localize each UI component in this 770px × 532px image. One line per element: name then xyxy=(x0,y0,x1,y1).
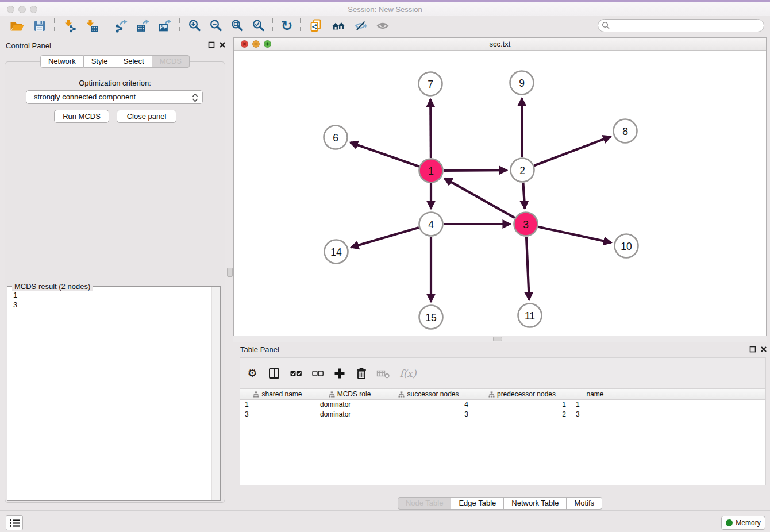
mcds-result-title: MCDS result (2 nodes) xyxy=(12,282,93,291)
edge-1-7[interactable] xyxy=(430,99,431,158)
zoom-out-button[interactable] xyxy=(207,18,225,33)
table-panel-title: Table Panel xyxy=(240,345,279,354)
import-table-button[interactable] xyxy=(82,18,101,34)
column-hierarchy-icon xyxy=(488,391,495,398)
node-14[interactable]: 14 xyxy=(325,240,348,264)
delete-button[interactable] xyxy=(355,367,368,380)
node-label: 8 xyxy=(622,126,628,137)
float-table-panel-button[interactable] xyxy=(747,345,759,354)
cell-mcds-role[interactable]: dominator xyxy=(315,400,384,410)
node-3[interactable]: 3 xyxy=(514,213,538,236)
edge-2-9[interactable] xyxy=(522,98,522,157)
clone-network-button[interactable] xyxy=(306,17,325,34)
tab-mcds[interactable]: MCDS xyxy=(152,55,190,68)
table-settings-button[interactable]: ⚙ xyxy=(245,367,259,380)
open-session-button[interactable] xyxy=(7,18,27,34)
close-panel-button-mcds[interactable]: Close panel xyxy=(117,110,176,123)
add-icon xyxy=(333,373,346,381)
show-all-button[interactable] xyxy=(374,18,392,34)
edge-2-3[interactable] xyxy=(523,183,525,209)
node-label: 11 xyxy=(525,310,535,322)
node-6[interactable]: 6 xyxy=(324,126,348,149)
column-header-predecessor-nodes[interactable]: predecessor nodes xyxy=(473,389,571,400)
task-history-button[interactable] xyxy=(6,515,23,530)
result-scrollbar[interactable] xyxy=(211,287,220,500)
edge-3-10[interactable] xyxy=(538,227,611,243)
export-network-button[interactable] xyxy=(112,18,130,34)
node-15[interactable]: 15 xyxy=(419,306,443,329)
criterion-select[interactable]: strongly connected component xyxy=(26,90,203,104)
list-icon xyxy=(8,522,22,531)
run-mcds-button[interactable]: Run MCDS xyxy=(54,110,109,123)
function-builder-button[interactable]: f(x) xyxy=(398,367,418,380)
cell-successor-nodes[interactable]: 4 xyxy=(384,400,473,410)
export-image-button[interactable] xyxy=(156,18,174,34)
node-11[interactable]: 11 xyxy=(518,304,542,327)
tab-node-table[interactable]: Node Table xyxy=(398,497,452,510)
tab-select[interactable]: Select xyxy=(116,55,152,68)
node-1[interactable]: 1 xyxy=(419,159,443,183)
network-canvas[interactable]: 7968124314101511 xyxy=(234,51,765,336)
node-7[interactable]: 7 xyxy=(419,72,442,96)
table-row[interactable]: 1dominator411 xyxy=(240,400,765,410)
refresh-button[interactable]: ↻ xyxy=(279,17,295,34)
edge-4-14[interactable] xyxy=(351,228,419,247)
edge-2-8[interactable] xyxy=(534,137,611,166)
zoom-fit-button[interactable] xyxy=(228,18,246,33)
column-header-shared-name[interactable]: shared name xyxy=(240,389,315,400)
delete-column-button[interactable] xyxy=(376,367,390,380)
hide-selected-button[interactable] xyxy=(352,18,370,34)
network-window-titlebar[interactable]: scc.txt xyxy=(234,38,766,51)
zoom-in-button[interactable] xyxy=(186,18,203,33)
cell-predecessor-nodes[interactable]: 2 xyxy=(473,410,571,419)
column-header-name[interactable]: name xyxy=(571,389,619,400)
tab-style[interactable]: Style xyxy=(84,55,116,68)
first-neighbors-button[interactable] xyxy=(329,18,348,34)
close-table-panel-button[interactable] xyxy=(758,345,769,354)
close-panel-button[interactable] xyxy=(217,40,228,49)
edge-3-11[interactable] xyxy=(526,237,529,300)
tab-network[interactable]: Network xyxy=(40,55,84,68)
add-column-button[interactable] xyxy=(333,367,346,380)
node-9[interactable]: 9 xyxy=(510,71,534,95)
memory-button[interactable]: Memory xyxy=(721,516,765,530)
zoom-selected-button[interactable] xyxy=(249,18,267,33)
delete-column-icon xyxy=(376,373,390,381)
split-view-button[interactable] xyxy=(267,367,281,380)
select-all-button[interactable] xyxy=(289,367,303,380)
cell-successor-nodes[interactable]: 3 xyxy=(384,410,473,419)
column-header-mcds-role[interactable]: MCDS role xyxy=(315,389,384,400)
cell-name[interactable]: 1 xyxy=(571,400,619,410)
edge-3-1[interactable] xyxy=(445,178,515,218)
export-table-button[interactable] xyxy=(134,18,152,34)
table-row[interactable]: 3dominator323 xyxy=(240,410,765,419)
cell-mcds-role[interactable]: dominator xyxy=(315,410,384,419)
deselect-all-button[interactable] xyxy=(311,367,325,380)
tab-edge-table[interactable]: Edge Table xyxy=(451,497,504,510)
main-titlebar: Session: New Session xyxy=(0,2,770,16)
toolbar-separator xyxy=(54,18,55,33)
tab-motifs[interactable]: Motifs xyxy=(567,497,602,510)
node-label: 6 xyxy=(333,132,338,144)
cell-shared-name[interactable]: 3 xyxy=(240,410,315,419)
edge-1-6[interactable] xyxy=(351,142,419,167)
node-10[interactable]: 10 xyxy=(615,234,638,258)
float-panel-button[interactable] xyxy=(206,40,217,49)
node-2[interactable]: 2 xyxy=(511,159,534,182)
deselect-all-icon xyxy=(311,373,324,381)
search-input[interactable] xyxy=(598,19,764,32)
cell-predecessor-nodes[interactable]: 1 xyxy=(473,400,571,410)
node-4[interactable]: 4 xyxy=(419,213,443,236)
column-header-successor-nodes[interactable]: successor nodes xyxy=(384,389,473,400)
tab-network-table[interactable]: Network Table xyxy=(504,497,567,510)
split-divider-handle[interactable] xyxy=(227,268,233,277)
table-body: 1dominator4113dominator323 xyxy=(240,400,765,419)
horizontal-split-handle[interactable] xyxy=(493,337,502,341)
node-8[interactable]: 8 xyxy=(614,119,637,143)
cell-name[interactable]: 3 xyxy=(571,410,619,419)
node-label: 4 xyxy=(428,219,434,230)
save-session-button[interactable] xyxy=(30,18,49,34)
import-network-button[interactable] xyxy=(60,18,79,34)
criterion-value: strongly connected component xyxy=(34,92,136,101)
cell-shared-name[interactable]: 1 xyxy=(240,400,315,410)
